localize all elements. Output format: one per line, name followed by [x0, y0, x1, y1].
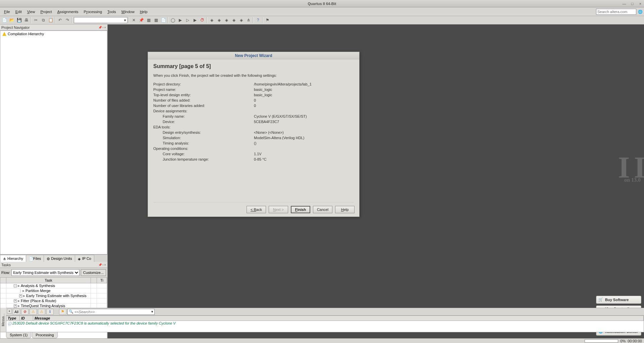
globe-icon[interactable]: 🌐 — [638, 10, 643, 14]
message-row[interactable]: ⓘ 253020 Default device 5CGXFC7C7F23C8 i… — [6, 321, 644, 327]
buy-software-button[interactable]: 🛒Buy Software — [596, 296, 641, 304]
task-row[interactable]: +▶Fitter (Place & Route) — [0, 298, 107, 303]
messages-close-icon[interactable]: × — [7, 309, 12, 313]
menu-view[interactable]: View — [24, 9, 38, 15]
flow-select[interactable]: Early Timing Estimate with Synthesis — [11, 269, 79, 276]
task-row[interactable]: -▶Analysis & Synthesis — [0, 283, 107, 288]
search-input[interactable] — [596, 9, 636, 15]
dropdown-arrow-icon[interactable]: ▾ — [151, 309, 153, 314]
msg-col-type[interactable]: Type — [6, 316, 20, 321]
filter-warning-icon[interactable]: ⚠ — [30, 309, 37, 315]
panel-dock-icon[interactable]: ▫ — [103, 26, 104, 29]
messages-search-input[interactable] — [74, 310, 151, 314]
task-col-prog[interactable] — [0, 278, 6, 283]
tool1-icon[interactable]: ◈ — [208, 17, 215, 23]
compile-icon[interactable]: ▶ — [191, 17, 199, 23]
minimize-icon[interactable]: — — [622, 1, 627, 6]
tab-hierarchy[interactable]: ⋔Hierarchy — [0, 255, 26, 262]
project-navigator-tree[interactable]: Compilation Hierarchy — [0, 31, 107, 254]
menu-project[interactable]: Project — [38, 9, 54, 15]
tab-ip[interactable]: ◈IP Co — [75, 255, 94, 262]
project-combo[interactable]: ▾ — [74, 17, 127, 23]
chip2-icon[interactable]: ▦ — [152, 17, 160, 23]
messages-tabs: System (1) Processing — [6, 332, 58, 338]
expander-icon[interactable]: + — [19, 294, 22, 297]
tool3-icon[interactable]: ◈ — [223, 17, 230, 23]
expander-icon[interactable]: - — [14, 284, 17, 287]
menu-assignments[interactable]: Assignments — [55, 9, 81, 15]
tab-processing[interactable]: Processing — [32, 332, 57, 338]
messages-side-label[interactable]: Messa... — [0, 308, 6, 332]
tab-design-units[interactable]: ⚙Design Units — [44, 255, 75, 262]
help-button[interactable]: Help — [335, 206, 355, 213]
msg-col-message[interactable]: Message — [33, 316, 644, 321]
filter-critical-icon[interactable]: ⚠ — [38, 309, 45, 315]
finish-button[interactable]: Finish — [291, 206, 310, 213]
redo-icon[interactable]: ↷ — [64, 17, 71, 23]
save-icon[interactable]: 💾 — [15, 17, 23, 23]
filter-flag-icon[interactable]: ⚑ — [59, 309, 66, 315]
filter-all-button[interactable]: All — [13, 309, 20, 315]
task-col-task[interactable]: Task — [6, 278, 91, 283]
panel-dock-icon[interactable]: ▫ — [103, 263, 104, 267]
messages-search[interactable]: 🔍 ▾ — [67, 309, 155, 315]
menu-file[interactable]: File — [1, 9, 13, 15]
maximize-icon[interactable]: □ — [630, 1, 635, 6]
task-row[interactable]: +▶Early Timing Estimate with Synthesis — [0, 293, 107, 298]
print-icon[interactable]: 🖶 — [23, 17, 30, 23]
cut-icon[interactable]: ✂ — [32, 17, 40, 23]
new-file-icon[interactable]: 📄 — [1, 17, 8, 23]
summary-value — [254, 109, 354, 113]
timer-icon[interactable]: ⏱ — [199, 17, 206, 23]
message-text: 253020 Default device 5CGXFC7C7F23C8 is … — [12, 321, 176, 326]
tool4-icon[interactable]: ◈ — [230, 17, 237, 23]
expander-icon[interactable]: + — [14, 304, 17, 307]
summary-label: Design entry/synthesis: — [153, 130, 254, 134]
menu-help[interactable]: Help — [137, 9, 150, 15]
stop-icon[interactable]: ◯ — [169, 17, 176, 23]
copy-icon[interactable]: ⧉ — [40, 17, 47, 23]
cancel-button[interactable]: Cancel — [313, 206, 332, 213]
status-bar: 0% 00:00:00 — [0, 338, 644, 343]
play-icon[interactable]: ▶ — [176, 17, 184, 23]
settings-icon[interactable]: ✕ — [130, 17, 138, 23]
pin-icon[interactable]: 📌 — [138, 17, 145, 23]
panel-close-icon[interactable]: × — [104, 26, 106, 29]
task-col-time[interactable]: Ti — [97, 278, 107, 283]
watermark-version: on 13.0 — [624, 177, 641, 183]
panel-close-icon[interactable]: × — [104, 263, 106, 267]
help-icon[interactable]: ? — [254, 17, 262, 23]
hier-icon[interactable]: ⋔ — [245, 17, 252, 23]
tab-system[interactable]: System (1) — [6, 332, 31, 338]
back-button[interactable]: < Back — [247, 206, 266, 213]
menu-processing[interactable]: Processing — [81, 9, 105, 15]
play2-icon[interactable]: ▷ — [184, 17, 191, 23]
expander-icon[interactable]: + — [14, 299, 17, 302]
msg-col-id[interactable]: ID — [20, 316, 33, 321]
filter-error-icon[interactable]: ⊘ — [21, 309, 29, 315]
play-icon: ▶ — [18, 284, 20, 287]
task-col-prog2[interactable] — [91, 278, 97, 283]
panel-pin-icon[interactable]: 📌 — [98, 263, 102, 267]
paste-icon[interactable]: 📋 — [47, 17, 54, 23]
close-icon[interactable]: × — [638, 1, 643, 6]
cart-icon: 🛒 — [598, 297, 603, 302]
customize-button[interactable]: Customize... — [81, 269, 106, 276]
summary-grid: Project directory:/home/pingvin/Altera/p… — [153, 82, 354, 161]
menu-tools[interactable]: Tools — [105, 9, 119, 15]
flag-icon[interactable]: ⚑ — [264, 17, 271, 23]
menu-window[interactable]: Window — [119, 9, 137, 15]
open-file-icon[interactable]: 📂 — [8, 17, 15, 23]
undo-icon[interactable]: ↶ — [56, 17, 64, 23]
task-row[interactable]: ├▶Partition Merge — [0, 288, 107, 293]
menu-edit[interactable]: Edit — [13, 9, 24, 15]
chip-icon[interactable]: ▦ — [145, 17, 152, 23]
panel-pin-icon[interactable]: 📌 — [98, 26, 102, 29]
tree-root[interactable]: Compilation Hierarchy — [0, 31, 107, 37]
summary-label: Operating conditions: — [153, 147, 254, 151]
filter-info-icon[interactable]: ℹ — [46, 309, 54, 315]
tab-files[interactable]: 📄Files — [26, 255, 44, 262]
tool5-icon[interactable]: ◈ — [237, 17, 245, 23]
doc-icon[interactable]: 📄 — [160, 17, 167, 23]
tool2-icon[interactable]: ◈ — [215, 17, 223, 23]
